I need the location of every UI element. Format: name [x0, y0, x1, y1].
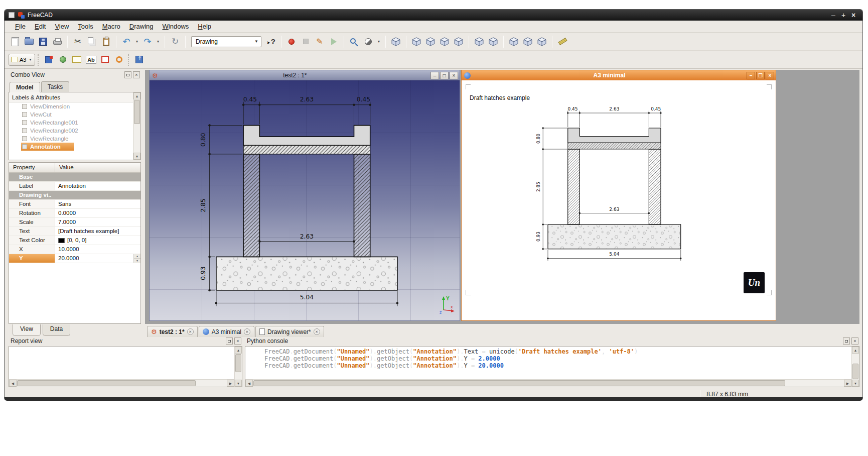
test2-titlebar[interactable]: ⚙ test2 : 1* – □ ×: [150, 70, 460, 80]
tab-data[interactable]: Data: [43, 324, 70, 336]
python-console-caption[interactable]: Python console ×: [245, 336, 859, 346]
whats-this-icon[interactable]: ?: [264, 35, 277, 48]
undo-dropdown-icon[interactable]: ▾: [134, 35, 140, 48]
insert-view-icon[interactable]: [42, 53, 55, 66]
rotate-left-view-icon[interactable]: [507, 35, 520, 48]
macro-stop-icon[interactable]: [299, 35, 312, 48]
visibility-checkbox-icon[interactable]: [22, 144, 27, 149]
visibility-checkbox-icon[interactable]: [22, 120, 27, 125]
menu-file[interactable]: File: [11, 22, 30, 31]
scroll-up-icon[interactable]: ▲: [235, 347, 242, 354]
open-document-icon[interactable]: [23, 35, 36, 48]
visibility-checkbox-icon[interactable]: [22, 136, 27, 141]
close-button[interactable]: ×: [848, 10, 858, 20]
page-format-button[interactable]: A3 ▾: [9, 54, 35, 66]
property-row-x[interactable]: X10.0000: [9, 245, 140, 254]
annotation-icon[interactable]: Ab: [84, 53, 97, 66]
scroll-down-icon[interactable]: ▼: [852, 380, 859, 387]
maximize-button[interactable]: +: [838, 10, 848, 20]
scroll-left-icon[interactable]: ◀: [9, 380, 17, 387]
macro-execute-icon[interactable]: [327, 35, 340, 48]
save-icon[interactable]: [37, 35, 50, 48]
subwindow-minimize-button[interactable]: –: [747, 72, 755, 79]
menu-tools[interactable]: Tools: [73, 22, 97, 31]
tree-scrollbar[interactable]: ▲ ▼: [133, 92, 140, 160]
property-row-drawing-vi-[interactable]: Drawing vi..: [9, 191, 140, 200]
tab-close-icon[interactable]: ✕: [187, 328, 194, 335]
rear-view-icon[interactable]: [452, 35, 465, 48]
console-lines[interactable]: FreeCAD.getDocument("Unnamed").getObject…: [245, 347, 851, 379]
property-row-font[interactable]: FontSans: [9, 200, 140, 209]
property-row-rotation[interactable]: Rotation0.0000: [9, 209, 140, 218]
subwindow-maximize-button[interactable]: □: [440, 72, 449, 79]
property-row-base[interactable]: Base: [9, 173, 140, 182]
console-hscrollbar[interactable]: ◀ ▶: [245, 379, 851, 387]
close-panel-icon[interactable]: ×: [851, 337, 858, 345]
report-view-caption[interactable]: Report view ×: [9, 336, 242, 346]
test2-window[interactable]: ⚙ test2 : 1* – □ ×: [149, 70, 460, 321]
close-panel-icon[interactable]: ×: [234, 337, 241, 345]
open-browser-view-icon[interactable]: [70, 53, 83, 66]
fit-all-icon[interactable]: [348, 35, 361, 48]
close-panel-icon[interactable]: ×: [133, 71, 140, 78]
window-titlebar[interactable]: FreeCAD – + ×: [5, 10, 862, 21]
subwindow-close-button[interactable]: ×: [450, 72, 458, 79]
bottom-view-icon[interactable]: [473, 35, 486, 48]
menu-help[interactable]: Help: [193, 22, 216, 31]
scroll-up-icon[interactable]: ▲: [133, 92, 140, 99]
console-vscrollbar[interactable]: ▲ ▼: [851, 347, 859, 387]
copy-icon[interactable]: [85, 35, 98, 48]
float-panel-icon[interactable]: [124, 71, 131, 78]
property-value[interactable]: 10.0000: [55, 245, 140, 254]
float-panel-icon[interactable]: [226, 337, 233, 345]
tree-item-viewrectangle[interactable]: ViewRectangle: [9, 135, 133, 143]
subwindow-close-button[interactable]: ×: [766, 72, 774, 79]
subwindow-minimize-button[interactable]: –: [430, 72, 439, 79]
combo-view-caption[interactable]: Combo View ×: [9, 70, 141, 80]
a3-minimal-window[interactable]: A3 minimal – ❐ × Draft hatches example: [461, 70, 776, 321]
report-vscrollbar[interactable]: ▲ ▼: [234, 347, 242, 387]
workbench-selector[interactable]: Drawing ▼: [191, 36, 261, 47]
drawing-page-view[interactable]: Draft hatches example Un: [462, 80, 776, 320]
draw-style-dropdown-icon[interactable]: ▾: [376, 35, 382, 48]
print-icon[interactable]: [51, 35, 64, 48]
front-view-icon[interactable]: [410, 35, 423, 48]
tab-model[interactable]: Model: [10, 82, 40, 92]
tab-view[interactable]: View: [13, 324, 41, 336]
macro-edit-icon[interactable]: ✎: [313, 35, 326, 48]
property-row-y[interactable]: Y20.0000▲▼: [9, 254, 140, 263]
visibility-checkbox-icon[interactable]: [22, 128, 27, 133]
property-row-text-color[interactable]: Text Color[0, 0, 0]: [9, 236, 140, 245]
left-view-icon[interactable]: [487, 35, 500, 48]
float-panel-icon[interactable]: [843, 337, 850, 345]
axonometric-view-icon[interactable]: [389, 35, 402, 48]
paste-icon[interactable]: [99, 35, 112, 48]
clip-group-icon[interactable]: [112, 53, 125, 66]
spreadsheet-view-icon[interactable]: [98, 53, 111, 66]
menu-macro[interactable]: Macro: [98, 22, 125, 31]
measure-distance-icon[interactable]: [556, 35, 569, 48]
redo-icon[interactable]: ↷: [141, 35, 154, 48]
property-value[interactable]: [Draft hatches example]: [55, 227, 140, 236]
a3-titlebar[interactable]: A3 minimal – ❐ ×: [462, 70, 776, 80]
property-value[interactable]: [55, 173, 140, 181]
right-view-icon[interactable]: [438, 35, 451, 48]
property-value[interactable]: [55, 191, 140, 199]
refresh-icon[interactable]: ↻: [169, 35, 182, 48]
visibility-checkbox-icon[interactable]: [22, 104, 27, 109]
property-value[interactable]: [0, 0, 0]: [55, 236, 140, 245]
scroll-right-icon[interactable]: ▶: [227, 380, 234, 387]
minimize-button[interactable]: –: [828, 10, 838, 20]
spinner-icon[interactable]: ▲▼: [133, 254, 140, 263]
window-menu-icon[interactable]: [9, 12, 15, 18]
top-view-icon[interactable]: [424, 35, 437, 48]
redo-dropdown-icon[interactable]: ▾: [155, 35, 161, 48]
rotate-right-view-icon[interactable]: [521, 35, 534, 48]
property-row-scale[interactable]: Scale7.0000: [9, 218, 140, 227]
tree-item-viewcut[interactable]: ViewCut: [9, 110, 133, 119]
menu-view[interactable]: View: [50, 22, 73, 31]
menu-windows[interactable]: Windows: [158, 22, 194, 31]
tab-close-icon[interactable]: ✕: [244, 328, 250, 335]
report-view-content[interactable]: [9, 347, 234, 379]
tree-item-annotation[interactable]: Annotation: [9, 143, 133, 151]
